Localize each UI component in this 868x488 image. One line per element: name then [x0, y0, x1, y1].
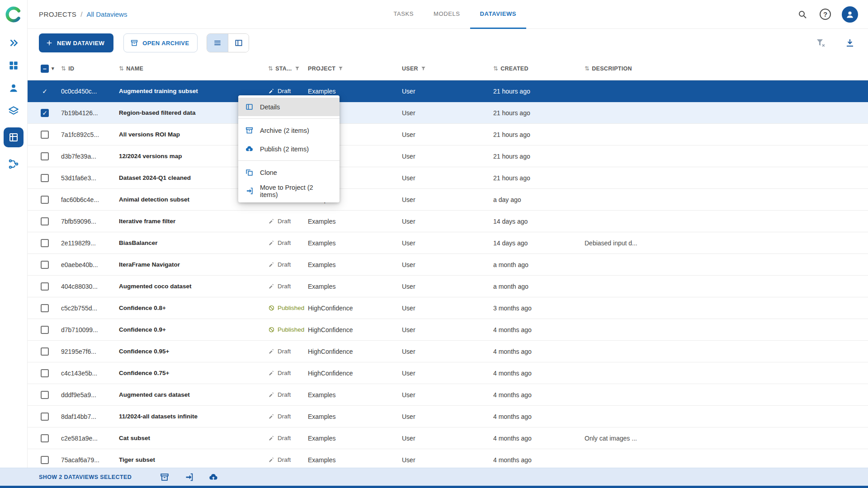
sidebar-item-projects[interactable]: [8, 60, 19, 71]
column-header-created[interactable]: ⇅ CREATED: [493, 65, 585, 72]
cell-id: 2e11982f9...: [61, 239, 119, 247]
column-header-id[interactable]: ⇅ ID: [61, 65, 119, 72]
cell-name[interactable]: IteraFrame Navigator: [119, 261, 268, 268]
column-header-description[interactable]: ⇅ DESCRIPTION: [585, 65, 868, 72]
clearml-logo[interactable]: [5, 5, 23, 23]
filter-icon[interactable]: [338, 66, 344, 71]
table-row[interactable]: fac60b6c4e... Animal detection subset Dr…: [28, 189, 868, 211]
row-checkbox[interactable]: [41, 434, 49, 442]
new-dataview-button[interactable]: NEW DATAVIEW: [39, 33, 113, 52]
sort-icon[interactable]: ⇅: [61, 65, 66, 72]
row-checkbox[interactable]: [41, 413, 49, 421]
select-dropdown-caret[interactable]: ▾: [52, 66, 54, 71]
table-row[interactable]: 404c88030... Augmented coco dataset Draf…: [28, 276, 868, 297]
selection-count-label[interactable]: SHOW 2 DATAVIEWS SELECTED: [39, 474, 132, 480]
column-header-status[interactable]: ⇅ STA...: [268, 65, 308, 72]
table-row[interactable]: c2e581a9e... Cat subset Draft Examples U…: [28, 427, 868, 449]
sidebar-item-workers[interactable]: [8, 82, 19, 94]
row-checkbox[interactable]: ✓: [41, 87, 49, 95]
menu-item-move[interactable]: Move to Project (2 items): [238, 182, 340, 200]
help-icon[interactable]: ?: [820, 9, 831, 20]
row-checkbox[interactable]: [41, 326, 49, 334]
column-header-user[interactable]: USER: [402, 66, 493, 72]
table-row[interactable]: ✓ 0c0cd450c... Augmented training subset…: [28, 80, 868, 102]
table-row[interactable]: d7b710099... Confidence 0.9+ Published H…: [28, 319, 868, 341]
filter-icon[interactable]: [420, 66, 426, 71]
row-checkbox[interactable]: ✓: [41, 109, 49, 117]
sort-icon[interactable]: ⇅: [119, 65, 124, 72]
table-row[interactable]: 8daf14bb7... 11/2024-all datasets infini…: [28, 406, 868, 427]
download-icon[interactable]: [844, 38, 855, 48]
cell-name[interactable]: Augmented coco dataset: [119, 283, 268, 290]
row-checkbox[interactable]: [41, 174, 49, 182]
breadcrumb-projects[interactable]: PROJECTS: [39, 10, 76, 18]
tab-dataviews[interactable]: DATAVIEWS: [470, 0, 527, 29]
table-row[interactable]: 92195e7f6... Confidence 0.95+ Draft High…: [28, 341, 868, 362]
tab-tasks[interactable]: TASKS: [383, 0, 424, 29]
draft-icon: [268, 391, 275, 398]
tab-models[interactable]: MODELS: [424, 0, 470, 29]
open-archive-button[interactable]: OPEN ARCHIVE: [123, 33, 198, 52]
table-row[interactable]: 75acaf6a79... Tiger subset Draft Example…: [28, 449, 868, 469]
publish-selected-icon[interactable]: [208, 472, 218, 482]
table-row[interactable]: d3b7fe39a... 12/2024 versions map User 2…: [28, 145, 868, 167]
menu-item-details[interactable]: Details: [238, 98, 340, 116]
sort-icon[interactable]: ⇅: [585, 65, 590, 72]
row-checkbox[interactable]: [41, 456, 49, 464]
cell-name[interactable]: Cat subset: [119, 435, 268, 441]
cell-name[interactable]: Confidence 0.95+: [119, 348, 268, 355]
cell-name[interactable]: Tiger subset: [119, 456, 268, 463]
table-row[interactable]: 53d1fa6e3... Dataset 2024-Q1 cleaned Use…: [28, 167, 868, 189]
cell-name[interactable]: Confidence 0.75+: [119, 370, 268, 376]
cell-name[interactable]: BiasBalancer: [119, 239, 268, 246]
row-checkbox[interactable]: [41, 152, 49, 160]
table-row[interactable]: 7a1fc892c5... All versions ROI Map User …: [28, 124, 868, 145]
table-row[interactable]: 7bfb59096... Iterative frame filter Draf…: [28, 211, 868, 232]
row-checkbox[interactable]: [41, 131, 49, 139]
menu-item-publish[interactable]: Publish (2 items): [238, 140, 340, 158]
filter-icon[interactable]: [294, 66, 300, 71]
row-checkbox[interactable]: [41, 239, 49, 247]
table-row[interactable]: 2e11982f9... BiasBalancer Draft Examples…: [28, 232, 868, 254]
cell-name[interactable]: Iterative frame filter: [119, 218, 268, 225]
row-checkbox[interactable]: [41, 217, 49, 225]
menu-item-archive[interactable]: Archive (2 items): [238, 121, 340, 140]
row-checkbox[interactable]: [41, 304, 49, 312]
breadcrumb-current[interactable]: All Dataviews: [86, 10, 127, 18]
row-checkbox[interactable]: [41, 347, 49, 356]
user-avatar[interactable]: [842, 6, 858, 23]
sidebar-item-dataviews[interactable]: [4, 127, 24, 147]
table-row[interactable]: e0aebe40b... IteraFrame Navigator Draft …: [28, 254, 868, 276]
cell-name[interactable]: Confidence 0.8+: [119, 305, 268, 311]
sidebar-item-pipelines[interactable]: [8, 158, 19, 170]
column-header-name[interactable]: ⇅ NAME: [119, 65, 268, 72]
column-header-project[interactable]: PROJECT: [308, 66, 402, 72]
row-checkbox[interactable]: [41, 391, 49, 399]
sort-icon[interactable]: ⇅: [493, 65, 498, 72]
expand-sidebar-icon[interactable]: [8, 37, 19, 49]
clear-filters-icon[interactable]: [816, 38, 826, 48]
cell-status: Published: [268, 326, 308, 333]
table-row[interactable]: ✓ 7b19b4126... Region-based filtered dat…: [28, 102, 868, 124]
menu-item-clone[interactable]: Clone: [238, 163, 340, 182]
table-row[interactable]: c4c143e5b... Confidence 0.75+ Draft High…: [28, 362, 868, 384]
table-view-button[interactable]: [207, 34, 228, 52]
cell-name[interactable]: Augmented cars dataset: [119, 391, 268, 398]
cell-name[interactable]: 11/2024-all datasets infinite: [119, 413, 268, 420]
cell-name[interactable]: Augmented training subset: [119, 88, 268, 94]
sidebar-item-datasets[interactable]: [8, 105, 19, 117]
move-selected-icon[interactable]: [184, 472, 194, 482]
cell-name[interactable]: Confidence 0.9+: [119, 326, 268, 333]
row-checkbox[interactable]: [41, 261, 49, 269]
table-row[interactable]: dddf9e5a9... Augmented cars dataset Draf…: [28, 384, 868, 406]
row-checkbox[interactable]: [41, 282, 49, 291]
archive-selected-icon[interactable]: [160, 472, 170, 482]
select-all-checkbox[interactable]: –: [41, 65, 49, 73]
search-icon[interactable]: [796, 8, 809, 21]
row-checkbox[interactable]: [41, 196, 49, 204]
split-view-button[interactable]: [228, 34, 249, 52]
table-row[interactable]: c5c2b755d... Confidence 0.8+ Published H…: [28, 297, 868, 319]
row-checkbox[interactable]: [41, 369, 49, 377]
sort-icon[interactable]: ⇅: [268, 65, 273, 72]
cell-id: 7bfb59096...: [61, 218, 119, 225]
